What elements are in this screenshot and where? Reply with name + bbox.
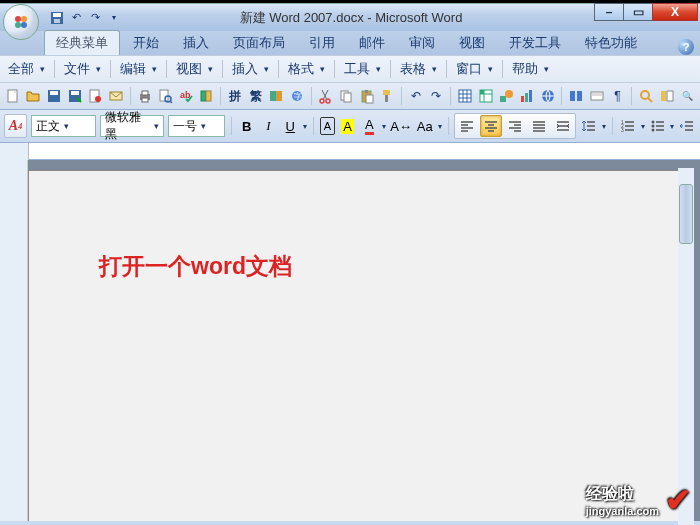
separator — [446, 60, 447, 78]
tab-view[interactable]: 视图 — [448, 31, 496, 55]
maximize-button[interactable]: ▭ — [623, 3, 653, 21]
underline-more[interactable]: ▾ — [303, 122, 307, 131]
menu-view[interactable]: 视图 — [172, 58, 217, 80]
style-combo[interactable]: 正文 — [31, 115, 96, 137]
scrollbar-thumb[interactable] — [679, 184, 693, 244]
menu-edit[interactable]: 编辑 — [116, 58, 161, 80]
highlight-button[interactable]: A — [339, 115, 357, 137]
close-button[interactable]: X — [652, 3, 698, 21]
align-right-button[interactable] — [504, 115, 526, 137]
align-center-button[interactable] — [480, 115, 502, 137]
font-combo[interactable]: 微软雅黑 — [100, 115, 165, 137]
insert-table-button[interactable] — [456, 86, 474, 106]
fontcolor-more[interactable]: ▾ — [382, 122, 386, 131]
open-button[interactable] — [25, 86, 43, 106]
new-button[interactable] — [4, 86, 22, 106]
qat-save[interactable] — [49, 10, 65, 26]
bullets-button[interactable] — [649, 115, 667, 137]
qat-redo[interactable]: ↷ — [87, 10, 103, 26]
application-window: ↶ ↷ ▾ 新建 Word 2007.docx - Microsoft Word… — [0, 3, 700, 525]
spellcheck-button[interactable]: ab — [177, 86, 195, 106]
svg-rect-48 — [592, 93, 602, 96]
office-button[interactable] — [3, 4, 39, 40]
svg-rect-9 — [50, 91, 58, 95]
tab-home[interactable]: 开始 — [122, 31, 170, 55]
help-icon[interactable]: ? — [678, 39, 694, 55]
vertical-scrollbar[interactable] — [678, 168, 694, 525]
format-painter-button[interactable] — [379, 86, 397, 106]
size-combo[interactable]: 一号 — [168, 115, 225, 137]
tab-review[interactable]: 审阅 — [398, 31, 446, 55]
svg-rect-33 — [366, 95, 373, 103]
email-button[interactable] — [107, 86, 125, 106]
cut-button[interactable] — [317, 86, 335, 106]
print-button[interactable] — [136, 86, 154, 106]
tab-insert[interactable]: 插入 — [172, 31, 220, 55]
simple-trad-button[interactable]: 繁 — [247, 86, 265, 106]
undo2-button[interactable]: ↶ — [407, 86, 425, 106]
save-as-button[interactable] — [66, 86, 84, 106]
vertical-ruler[interactable] — [0, 160, 28, 521]
insert-hyperlink-button[interactable] — [539, 86, 557, 106]
menu-format[interactable]: 格式 — [284, 58, 329, 80]
view-toggle-button[interactable] — [588, 86, 606, 106]
menu-tools[interactable]: 工具 — [340, 58, 385, 80]
trans-button[interactable] — [267, 86, 285, 106]
underline-button[interactable]: U — [281, 115, 299, 137]
numbering-more[interactable]: ▾ — [641, 122, 645, 131]
bullets-icon — [650, 118, 666, 134]
menu-window[interactable]: 窗口 — [452, 58, 497, 80]
find-button[interactable] — [637, 86, 655, 106]
svg-point-57 — [651, 129, 654, 132]
case-more[interactable]: ▾ — [438, 122, 442, 131]
insert-shape-button[interactable] — [497, 86, 515, 106]
tab-mailings[interactable]: 邮件 — [348, 31, 396, 55]
insert-chart-button[interactable] — [518, 86, 536, 106]
document-page[interactable]: 打开一个word文档 — [28, 170, 684, 521]
linespacing-more[interactable]: ▾ — [602, 122, 606, 131]
paste-button[interactable] — [358, 86, 376, 106]
align-dist-button[interactable] — [552, 115, 574, 137]
menu-file[interactable]: 文件 — [60, 58, 105, 80]
font-color-button[interactable]: A — [361, 115, 379, 137]
menu-help[interactable]: 帮助 — [508, 58, 553, 80]
numbering-button[interactable]: 123 — [619, 115, 637, 137]
tab-developer[interactable]: 开发工具 — [498, 31, 572, 55]
align-justify-button[interactable] — [528, 115, 550, 137]
define-button[interactable]: 字 — [288, 86, 306, 106]
qat-undo[interactable]: ↶ — [68, 10, 84, 26]
tab-special[interactable]: 特色功能 — [574, 31, 648, 55]
bullets-more[interactable]: ▾ — [670, 122, 674, 131]
preview-button[interactable] — [156, 86, 174, 106]
show-marks-button[interactable]: ¶ — [609, 86, 627, 106]
line-spacing-button[interactable] — [580, 115, 598, 137]
minimize-button[interactable]: – — [594, 3, 624, 21]
qat-customize[interactable]: ▾ — [106, 10, 122, 26]
nav-button[interactable] — [658, 86, 676, 106]
tab-classic-menu[interactable]: 经典菜单 — [44, 30, 120, 55]
tab-page-layout[interactable]: 页面布局 — [222, 31, 296, 55]
menu-insert[interactable]: 插入 — [228, 58, 273, 80]
page-scroll-area[interactable]: 打开一个word文档 — [28, 160, 700, 521]
pinyin-button[interactable]: 拼 — [226, 86, 244, 106]
permission-button[interactable] — [87, 86, 105, 106]
menu-all[interactable]: 全部 — [4, 58, 49, 80]
border-button[interactable]: A — [320, 117, 335, 135]
columns-button[interactable] — [567, 86, 585, 106]
insert-sheet-button[interactable] — [477, 86, 495, 106]
horizontal-ruler[interactable] — [28, 143, 700, 160]
tab-references[interactable]: 引用 — [298, 31, 346, 55]
save-button[interactable] — [45, 86, 63, 106]
italic-button[interactable]: I — [260, 115, 278, 137]
styles-button[interactable]: A4 — [4, 114, 27, 138]
outdent-button[interactable] — [678, 115, 696, 137]
research-button[interactable] — [198, 86, 216, 106]
char-scale-button[interactable]: A↔ — [390, 115, 412, 137]
copy-button[interactable] — [337, 86, 355, 106]
zoom-button[interactable]: 🔍 — [678, 86, 696, 106]
bold-button[interactable]: B — [238, 115, 256, 137]
menu-table[interactable]: 表格 — [396, 58, 441, 80]
redo2-button[interactable]: ↷ — [428, 86, 446, 106]
change-case-button[interactable]: Aa — [416, 115, 434, 137]
align-left-button[interactable] — [456, 115, 478, 137]
